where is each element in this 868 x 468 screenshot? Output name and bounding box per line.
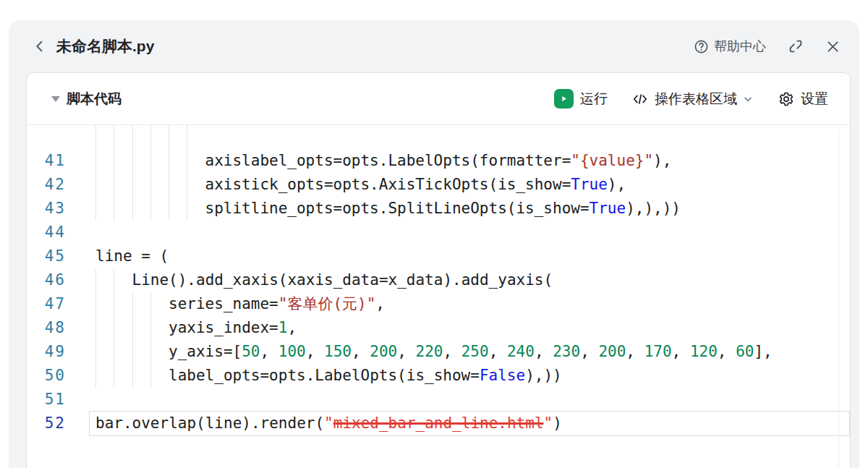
line-number: 46 — [27, 268, 66, 292]
indent-guide — [95, 125, 96, 149]
line-number: 50 — [27, 364, 66, 388]
section-collapse-toggle[interactable]: 脚本代码 — [51, 90, 122, 109]
code-text: label_opts=opts.LabelOpts(is_show=False)… — [95, 364, 562, 388]
scrollbar-track[interactable] — [838, 129, 839, 468]
code-line-49[interactable]: 49y_axis=[50, 100, 150, 200, 220, 250, 2… — [27, 340, 850, 364]
line-number: 42 — [27, 173, 66, 197]
code-text: bar.overlap(line).render("mixed_bar_and_… — [95, 412, 562, 435]
code-text: axislabel_opts=opts.LabelOpts(formatter=… — [95, 149, 671, 173]
code-brackets-icon — [632, 91, 648, 107]
settings-label: 设置 — [801, 90, 828, 109]
code-line-51[interactable]: 51 — [27, 388, 850, 412]
code-line-46[interactable]: 46Line().add_xaxis(xaxis_data=x_data).ad… — [27, 268, 850, 292]
line-number: 49 — [27, 340, 66, 364]
play-icon — [554, 89, 574, 109]
line-number — [27, 125, 66, 149]
line-number: 51 — [27, 388, 66, 412]
script-code-card: 脚本代码 运行 操作表格区域 — [26, 72, 851, 468]
indent-guide — [132, 125, 133, 149]
fullscreen-button[interactable] — [788, 38, 804, 54]
code-text: line = ( — [95, 244, 169, 268]
line-number: 43 — [27, 197, 66, 221]
code-text: series_name="客单价(元)", — [95, 292, 385, 316]
indent-guide — [150, 125, 151, 149]
code-text: axistick_opts=opts.AxisTickOpts(is_show=… — [95, 173, 626, 197]
indent-guide — [187, 125, 187, 149]
question-circle-icon — [694, 39, 709, 54]
script-editor-modal: 未命名脚本.py 帮助中心 — [9, 20, 859, 468]
code-line-48[interactable]: 48yaxis_index=1, — [27, 316, 850, 340]
chevron-down-icon — [742, 93, 754, 105]
code-line-40[interactable] — [27, 125, 850, 149]
code-toolbar: 脚本代码 运行 操作表格区域 — [27, 73, 850, 125]
code-line-45[interactable]: 45line = ( — [27, 244, 850, 268]
section-title: 脚本代码 — [67, 90, 122, 109]
table-area-button[interactable]: 操作表格区域 — [632, 90, 754, 109]
settings-button[interactable]: 设置 — [778, 90, 828, 109]
code-line-52[interactable]: 52bar.overlap(line).render("mixed_bar_an… — [27, 412, 850, 435]
code-line-50[interactable]: 50label_opts=opts.LabelOpts(is_show=Fals… — [27, 364, 850, 388]
code-line-44[interactable]: 44 — [27, 221, 850, 244]
code-line-47[interactable]: 47series_name="客单价(元)", — [27, 292, 850, 316]
indent-guide — [114, 125, 114, 149]
run-button[interactable]: 运行 — [554, 89, 608, 109]
line-number: 41 — [27, 149, 66, 173]
header-actions: 帮助中心 — [694, 38, 841, 55]
modal-header: 未命名脚本.py 帮助中心 — [9, 20, 859, 72]
line-number: 47 — [27, 292, 66, 316]
run-label: 运行 — [580, 90, 608, 109]
code-text: splitline_opts=opts.SplitLineOpts(is_sho… — [95, 197, 681, 221]
back-button[interactable] — [30, 37, 49, 56]
chevron-left-icon — [33, 39, 47, 54]
code-line-41[interactable]: 41axislabel_opts=opts.LabelOpts(formatte… — [27, 149, 850, 173]
code-line-43[interactable]: 43splitline_opts=opts.SplitLineOpts(is_s… — [27, 197, 850, 221]
caret-down-icon — [51, 96, 60, 102]
indent-guide — [169, 125, 169, 149]
code-text: y_axis=[50, 100, 150, 200, 220, 250, 240… — [95, 340, 773, 364]
close-icon — [825, 39, 841, 54]
toolbar-actions: 运行 操作表格区域 — [554, 89, 828, 109]
gear-icon — [778, 91, 794, 107]
line-number: 48 — [27, 316, 66, 340]
code-editor[interactable]: 41axislabel_opts=opts.LabelOpts(formatte… — [27, 125, 850, 468]
table-area-label: 操作表格区域 — [655, 90, 737, 109]
code-text: Line().add_xaxis(xaxis_data=x_data).add_… — [95, 268, 553, 292]
help-center-button[interactable]: 帮助中心 — [694, 38, 766, 55]
help-center-label: 帮助中心 — [714, 38, 766, 55]
close-button[interactable] — [825, 39, 841, 54]
line-number: 52 — [27, 412, 66, 435]
fullscreen-icon — [788, 38, 804, 54]
code-text: yaxis_index=1, — [95, 316, 297, 340]
line-number: 44 — [27, 221, 66, 244]
line-number: 45 — [27, 244, 66, 268]
page-title: 未命名脚本.py — [56, 36, 154, 56]
code-line-42[interactable]: 42axistick_opts=opts.AxisTickOpts(is_sho… — [27, 173, 850, 197]
code-lines: 41axislabel_opts=opts.LabelOpts(formatte… — [27, 125, 850, 435]
